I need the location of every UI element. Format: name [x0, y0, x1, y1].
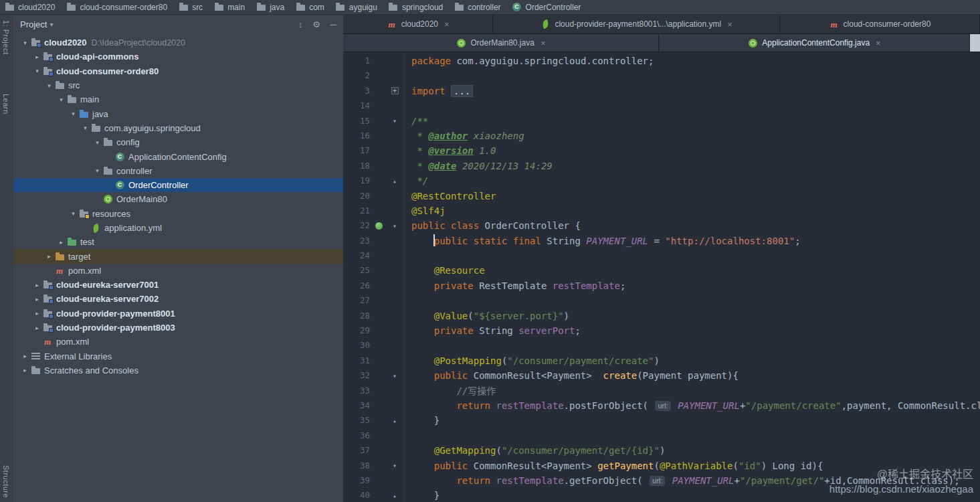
tree-item-main[interactable]: ▾main	[13, 92, 343, 106]
code-text[interactable]	[405, 338, 980, 353]
tree-item-external-libraries[interactable]: ▸External Libraries	[13, 349, 343, 363]
tree-item-cloud-provider-payment8003[interactable]: ▸cloud-provider-payment8003	[13, 321, 343, 335]
breadcrumb-item-cloud-consumer-order80[interactable]: cloud-consumer-order80	[66, 2, 167, 12]
tree-item-applicationcontentconfig[interactable]: ApplicationContentConfig	[13, 149, 343, 163]
tree-item-application-yml[interactable]: application.yml	[13, 221, 343, 235]
fold-marker-icon[interactable]: ▴	[387, 417, 402, 424]
fold-marker-icon[interactable]: ▴	[387, 492, 402, 499]
code-text[interactable]: * @version 1.0	[405, 143, 980, 158]
code-text[interactable]: return restTemplate.postForObject( url: …	[405, 398, 980, 413]
project-panel-title[interactable]: Project	[20, 19, 47, 29]
chevron-down-icon[interactable]: ▾	[68, 210, 78, 217]
code-text[interactable]: import ...	[405, 84, 980, 98]
editor-tab-cloud-consumer-order80[interactable]: cloud-consumer-order80	[780, 15, 980, 33]
spring-bean-gutter-icon[interactable]	[375, 222, 383, 230]
code-text[interactable]: private RestTemplate restTemplate;	[405, 278, 980, 293]
breadcrumb-item-ayguigu[interactable]: ayguigu	[335, 2, 377, 12]
tree-item-config[interactable]: ▾config	[13, 135, 343, 149]
tree-item-java[interactable]: ▾java	[13, 106, 343, 120]
code-text[interactable]: }	[405, 413, 980, 428]
code-text[interactable]: * @date 2020/12/13 14:29	[405, 159, 980, 173]
tab-scrollbar-thumb[interactable]	[970, 34, 980, 52]
breadcrumb-item-com[interactable]: com	[295, 2, 324, 12]
tree-item-ordercontroller[interactable]: OrderController	[13, 178, 343, 192]
code-text[interactable]: public CommonResult<Payment> create(Paym…	[405, 368, 980, 383]
fold-marker-icon[interactable]: ▾	[387, 372, 402, 380]
fold-expand-icon[interactable]: +	[391, 87, 399, 94]
tree-item-cloud-eureka-server7001[interactable]: ▸cloud-eureka-server7001	[13, 278, 343, 292]
chevron-down-icon[interactable]: ▾	[44, 82, 54, 89]
code-text[interactable]	[405, 68, 980, 83]
tree-item-com-ayguigu-springcloud[interactable]: ▾com.ayguigu.springcloud	[13, 121, 343, 135]
code-text[interactable]: */	[405, 173, 980, 188]
tree-item-controller[interactable]: ▾controller	[13, 164, 343, 178]
code-text[interactable]	[405, 293, 980, 308]
chevron-right-icon[interactable]: ▸	[44, 253, 54, 260]
fold-marker-icon[interactable]: +	[387, 87, 402, 94]
breadcrumb-item-java[interactable]: java	[256, 2, 284, 12]
code-text[interactable]: }	[405, 488, 980, 502]
close-tab-icon[interactable]: ×	[444, 19, 450, 29]
tree-item-pom-xml[interactable]: pom.xml	[13, 335, 343, 349]
editor-tab-cloud-provider-payment8001-application-yml[interactable]: cloud-provider-payment8001\...\applicati…	[493, 15, 780, 33]
chevron-right-icon[interactable]: ▸	[32, 325, 42, 331]
chevron-down-icon[interactable]: ▾	[50, 21, 53, 28]
code-text[interactable]: public class OrderController {	[405, 218, 980, 233]
tree-item-cloud-api-commons[interactable]: ▸cloud-api-commons	[13, 50, 343, 64]
code-text[interactable]: package com.ayguigu.springcloud.controll…	[405, 54, 980, 68]
tree-item-target[interactable]: ▸target	[13, 249, 343, 263]
code-text[interactable]: return restTemplate.getForObject( url: P…	[405, 473, 980, 488]
editor-tab-ordermain80-java[interactable]: OrderMain80.java×	[343, 34, 659, 52]
chevron-right-icon[interactable]: ▸	[20, 353, 30, 359]
code-text[interactable]: @GetMapping("/consumer/payment/get/{id}"…	[405, 443, 980, 458]
code-text[interactable]: //写操作	[405, 384, 980, 398]
chevron-down-icon[interactable]: ▾	[20, 39, 30, 46]
tree-item-resources[interactable]: ▾resources	[13, 207, 343, 221]
fold-marker-icon[interactable]: ▾	[387, 117, 402, 124]
tool-stripe-project-tab[interactable]: 1: Project	[2, 20, 10, 54]
close-tab-icon[interactable]: ×	[541, 38, 546, 48]
chevron-down-icon[interactable]: ▾	[92, 139, 102, 146]
tree-item-scratches-and-consoles[interactable]: ▸Scratches and Consoles	[13, 363, 343, 378]
breadcrumb-item-main[interactable]: main	[213, 2, 245, 12]
tree-item-cloud-provider-payment8001[interactable]: ▸cloud-provider-payment8001	[13, 307, 343, 321]
tree-item-cloud-eureka-server7002[interactable]: ▸cloud-eureka-server7002	[13, 292, 343, 306]
close-tab-icon[interactable]: ×	[727, 19, 732, 29]
code-area[interactable]: 1package com.ayguigu.springcloud.control…	[343, 52, 980, 502]
chevron-down-icon[interactable]: ▾	[56, 96, 66, 103]
editor-tab-cloud2020[interactable]: cloud2020×	[343, 15, 493, 33]
tree-item-cloud-consumer-order80[interactable]: ▾cloud-consumer-order80	[13, 64, 343, 78]
chevron-right-icon[interactable]: ▸	[20, 367, 30, 373]
tree-item-ordermain80[interactable]: OrderMain80	[13, 192, 343, 206]
code-text[interactable]: * @author xiaozheng	[405, 129, 980, 143]
code-text[interactable]: @Slf4j	[405, 203, 980, 218]
chevron-right-icon[interactable]: ▸	[56, 239, 66, 246]
chevron-right-icon[interactable]: ▸	[32, 296, 42, 303]
settings-gear-icon[interactable]: ⚙	[312, 19, 320, 29]
close-tab-icon[interactable]: ×	[876, 38, 881, 48]
breadcrumb-item-controller[interactable]: controller	[454, 2, 500, 12]
fold-marker-icon[interactable]: ▾	[387, 462, 402, 469]
chevron-right-icon[interactable]: ▸	[32, 282, 42, 288]
breadcrumb-item-springcloud[interactable]: springcloud	[388, 2, 443, 12]
code-text[interactable]: public static final String PAYMENT_URL =…	[405, 234, 980, 248]
tree-item-src[interactable]: ▾src	[13, 78, 343, 92]
fold-marker-icon[interactable]: ▴	[387, 177, 402, 185]
chevron-down-icon[interactable]: ▾	[68, 110, 78, 117]
tool-stripe-learn-tab[interactable]: Learn	[2, 94, 10, 114]
chevron-right-icon[interactable]: ▸	[32, 54, 42, 60]
code-text[interactable]: @Resource	[405, 263, 980, 278]
code-text[interactable]: @PostMapping("/consumer/payment/create")	[405, 353, 980, 368]
chevron-down-icon[interactable]: ▾	[92, 167, 102, 174]
breadcrumb-item-cloud2020[interactable]: cloud2020	[4, 2, 55, 12]
code-text[interactable]: public CommonResult<Payment> getPayment(…	[405, 458, 980, 473]
chevron-down-icon[interactable]: ▾	[32, 68, 42, 74]
tree-item-pom-xml[interactable]: pom.xml	[13, 264, 343, 278]
code-text[interactable]: @RestController	[405, 189, 980, 203]
collapse-all-icon[interactable]: ↕	[298, 19, 303, 29]
code-text[interactable]	[405, 428, 980, 443]
tree-item-test[interactable]: ▸test	[13, 235, 343, 249]
editor-tab-applicationcontentconfig-java[interactable]: ApplicationContentConfig.java×	[659, 34, 970, 52]
chevron-down-icon[interactable]: ▾	[80, 124, 90, 131]
hide-panel-icon[interactable]: ─	[330, 19, 336, 29]
